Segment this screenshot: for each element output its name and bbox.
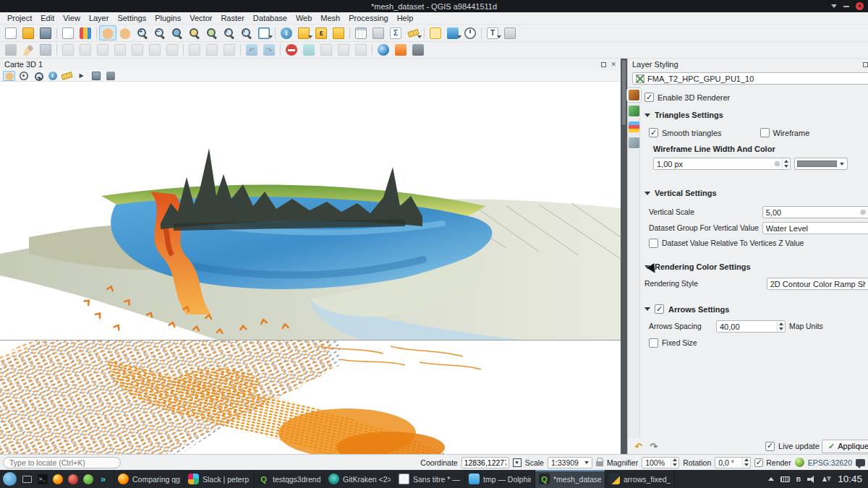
new-bookmark-button[interactable]	[444, 25, 461, 40]
tab-history[interactable]	[629, 137, 639, 148]
fixed-size-row[interactable]: Fixed Size	[649, 338, 868, 348]
open-project-button[interactable]	[20, 25, 37, 40]
camera-rotate-button[interactable]	[17, 71, 30, 81]
coordinate-input[interactable]	[461, 457, 509, 468]
menu-edit[interactable]: Edit	[36, 14, 59, 22]
crs-label[interactable]: EPSG:32620	[808, 458, 852, 467]
identify-features-button[interactable]: i	[278, 25, 295, 40]
task-gitkraken[interactable]: GitKraken <2>	[324, 470, 394, 488]
arrows-enabled-checkbox[interactable]	[655, 304, 664, 314]
open-attribute-table-button[interactable]	[352, 25, 370, 40]
app-launcher-button[interactable]	[3, 472, 17, 486]
menu-processing[interactable]: Processing	[344, 14, 392, 22]
extents-icon[interactable]	[513, 458, 522, 467]
undo-style-button[interactable]: ↶	[632, 440, 645, 453]
spin-arrows[interactable]	[742, 458, 750, 468]
rotation-input[interactable]	[715, 458, 742, 467]
smooth-triangles-row[interactable]: Smooth triangles	[649, 128, 722, 137]
spin-arrows[interactable]	[777, 321, 785, 332]
menu-web[interactable]: Web	[292, 14, 316, 22]
scrollbar-handle[interactable]	[622, 60, 626, 125]
temporal-controller-button[interactable]	[461, 25, 479, 40]
vertex-tool-button[interactable]	[111, 43, 129, 58]
scale-combo[interactable]: 1:33909	[548, 457, 592, 468]
reshape-features-button[interactable]	[335, 43, 352, 58]
task-firefox[interactable]: Comparing qgi...	[114, 470, 184, 488]
delete-feature-button[interactable]	[163, 43, 181, 58]
float-panel-icon[interactable]	[601, 62, 606, 67]
triangles-settings-section[interactable]: Triangles Settings	[644, 111, 868, 119]
zoom-in-button[interactable]: +	[134, 25, 151, 40]
bluetooth-icon[interactable]: B	[796, 476, 801, 483]
tab-symbology[interactable]	[629, 90, 639, 100]
map-2d-canvas[interactable]	[0, 341, 621, 454]
vertical-settings-section[interactable]: Vertical Settings	[644, 189, 868, 197]
tab-histogram[interactable]	[629, 121, 639, 132]
spin-arrows[interactable]	[782, 158, 790, 169]
animation-button[interactable]: ▶	[75, 71, 88, 81]
apply-button[interactable]: ✓ Appliquer	[822, 440, 868, 453]
toggle-editing-button[interactable]	[20, 43, 37, 58]
epsg-globe-icon[interactable]	[795, 458, 804, 467]
tab-3d-view[interactable]	[629, 106, 639, 116]
select-by-expression-button[interactable]: ε	[312, 25, 330, 40]
undo-button[interactable]: ↶	[243, 43, 260, 58]
zoom-out-button[interactable]: −	[151, 25, 169, 40]
arrows-spacing-spinbox[interactable]	[716, 320, 786, 333]
menu-layer[interactable]: Layer	[85, 14, 114, 22]
style-manager-button[interactable]	[77, 25, 94, 40]
menu-plugins[interactable]: Plugins	[150, 14, 185, 22]
save-edits-button[interactable]	[37, 43, 54, 58]
wireframe-color-button[interactable]	[794, 158, 848, 170]
map-3d-canvas[interactable]	[0, 82, 621, 340]
add-polygon-button[interactable]	[94, 43, 111, 58]
cut-features-button[interactable]	[186, 43, 203, 58]
vertical-scale-spinbox[interactable]: ⊗	[762, 206, 868, 218]
menu-database[interactable]: Database	[249, 14, 292, 22]
redo-button[interactable]: ↷	[260, 43, 278, 58]
panel-scrollbar[interactable]	[621, 59, 627, 454]
arrows-spacing-input[interactable]	[717, 322, 777, 331]
map-3d-view[interactable]	[0, 82, 621, 340]
red-app-button[interactable]	[65, 471, 80, 487]
avoid-intersections-button[interactable]	[283, 43, 300, 58]
quick-launch-button[interactable]: »	[95, 471, 111, 487]
menu-mesh[interactable]: Mesh	[316, 14, 344, 22]
split-features-button[interactable]	[352, 43, 370, 58]
firefox-launcher-button[interactable]	[50, 471, 65, 487]
add-line-button[interactable]	[77, 43, 94, 58]
new-project-button[interactable]	[2, 25, 20, 40]
volume-icon[interactable]	[807, 475, 816, 484]
add-point-button[interactable]	[59, 43, 77, 58]
zoom-full-button[interactable]	[169, 25, 186, 40]
line-width-spinbox[interactable]: ⊗	[653, 158, 791, 170]
network-icon[interactable]	[822, 475, 831, 484]
copy-feature-button[interactable]	[146, 43, 163, 58]
identify-3d-button[interactable]: i	[46, 71, 59, 81]
save-project-button[interactable]	[37, 25, 54, 40]
green-app-button[interactable]	[80, 471, 95, 487]
python-console-button[interactable]	[409, 43, 427, 58]
wireframe-checkbox[interactable]	[760, 128, 770, 137]
scene-options-button[interactable]	[104, 71, 116, 81]
enable-tracing-button[interactable]	[300, 43, 318, 58]
keyboard-layout-icon[interactable]	[780, 476, 790, 482]
locate-input[interactable]	[3, 457, 121, 468]
menu-settings[interactable]: Settings	[113, 14, 150, 22]
float-styling-icon[interactable]	[863, 62, 868, 67]
new-print-layout-button[interactable]	[59, 25, 77, 40]
close-panel-icon[interactable]: ✕	[610, 61, 616, 68]
rendering-style-combo[interactable]: 2D Contour Color Ramp Shader	[767, 278, 868, 290]
zoom-to-layer-button[interactable]	[203, 25, 221, 40]
redo-style-button[interactable]: ↷	[647, 440, 660, 453]
render-checkbox[interactable]	[754, 458, 763, 467]
move-feature-button[interactable]	[129, 43, 146, 58]
pan-to-selection-button[interactable]	[116, 25, 134, 40]
konsole-button[interactable]: >_	[35, 471, 50, 487]
paste-features-button[interactable]	[221, 43, 238, 58]
zoom-to-selection-button[interactable]	[186, 25, 203, 40]
save-scene-button[interactable]	[90, 71, 102, 81]
relative-z-row[interactable]: Dataset Value Relative To Vertices Z Val…	[649, 239, 868, 248]
task-kate[interactable]: Sans titre * — ...	[394, 470, 464, 488]
pan-map-button[interactable]	[99, 25, 116, 40]
